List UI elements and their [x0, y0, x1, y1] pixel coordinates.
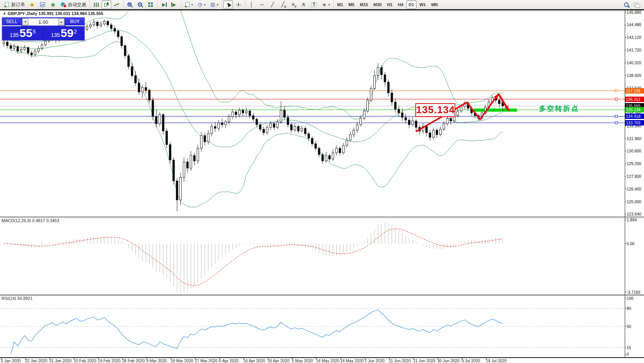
svg-text:144.480: 144.480 [627, 22, 641, 27]
price-axis-badge: 134.418 [625, 114, 644, 119]
svg-text:-3.7183: -3.7183 [627, 290, 641, 294]
sell-button[interactable]: SELL [2, 18, 21, 26]
buy-price-big: 59 [61, 28, 74, 38]
svg-text:126.400: 126.400 [627, 187, 641, 191]
support-line-133-703-handle[interactable] [615, 122, 617, 124]
price-axis-badge: 133.703 [625, 120, 644, 125]
svg-text:1.894: 1.894 [627, 217, 637, 222]
svg-text:123.640: 123.640 [627, 212, 641, 216]
volume-increase-button[interactable]: ▲ [58, 18, 64, 25]
volume-decrease-button[interactable]: ▼ [22, 18, 28, 25]
svg-text:143.120: 143.120 [627, 35, 641, 40]
buy-price-prefix: 135 [51, 32, 60, 38]
svg-text:0.00: 0.00 [627, 241, 635, 246]
support-line-134-418-handle[interactable] [615, 115, 617, 117]
svg-text:125.000: 125.000 [627, 199, 641, 204]
volume-input[interactable] [28, 18, 58, 25]
buy-button[interactable]: BUY [65, 18, 84, 26]
resistance-line-137-238-handle[interactable] [615, 90, 617, 92]
volume-stepper: ▼ ▲ [22, 18, 65, 26]
svg-text:0: 0 [627, 352, 629, 356]
svg-text:138.920: 138.920 [627, 73, 641, 78]
svg-text:80: 80 [627, 306, 631, 311]
svg-text:141.720: 141.720 [627, 48, 641, 52]
price-callout-annotation[interactable]: 135.134 [415, 103, 455, 117]
one-click-trade-panel: SELL ▼ ▲ BUY 135 55 5 135 59 2 [2, 17, 85, 40]
svg-text:140.320: 140.320 [627, 60, 641, 65]
svg-text:100: 100 [627, 296, 634, 301]
svg-text:127.800: 127.800 [627, 174, 641, 179]
buy-price-sup: 2 [74, 29, 77, 34]
rsi-layer [0, 308, 625, 354]
svg-text:129.200: 129.200 [627, 161, 641, 166]
macd-layer [4, 222, 503, 293]
svg-text:50: 50 [627, 324, 631, 329]
axes-layer: 145.880144.480143.120141.720140.320138.9… [0, 10, 644, 360]
sell-price[interactable]: 135 55 5 [2, 26, 43, 39]
mt4-terminal: +新订单◆◉自动交易++−−▶▶+▾◷▾▤▾│─╱╱E≡FAT∗▾M1M5M15… [0, 0, 644, 363]
svg-text:145.880: 145.880 [627, 10, 641, 15]
chart-canvas[interactable]: 145.880144.480143.120141.720140.320138.9… [0, 0, 644, 363]
svg-text:15: 15 [627, 345, 631, 350]
price-axis-badge: 135.134 [625, 107, 644, 112]
resistance-line-136-312-handle[interactable] [615, 98, 617, 100]
buy-price[interactable]: 135 59 2 [43, 26, 84, 39]
sell-price-big: 55 [20, 28, 32, 38]
svg-text:130.600: 130.600 [627, 149, 641, 153]
highlight-bar-annotation[interactable] [473, 109, 517, 112]
price-axis-badge: 137.238 [625, 88, 644, 94]
sell-price-prefix: 135 [10, 32, 18, 38]
price-axis-badge: 136.312 [625, 97, 644, 102]
sell-price-sup: 5 [33, 29, 36, 34]
svg-text:131.960: 131.960 [627, 136, 641, 141]
pivot-note-annotation[interactable]: 多空转折点 [539, 104, 579, 113]
